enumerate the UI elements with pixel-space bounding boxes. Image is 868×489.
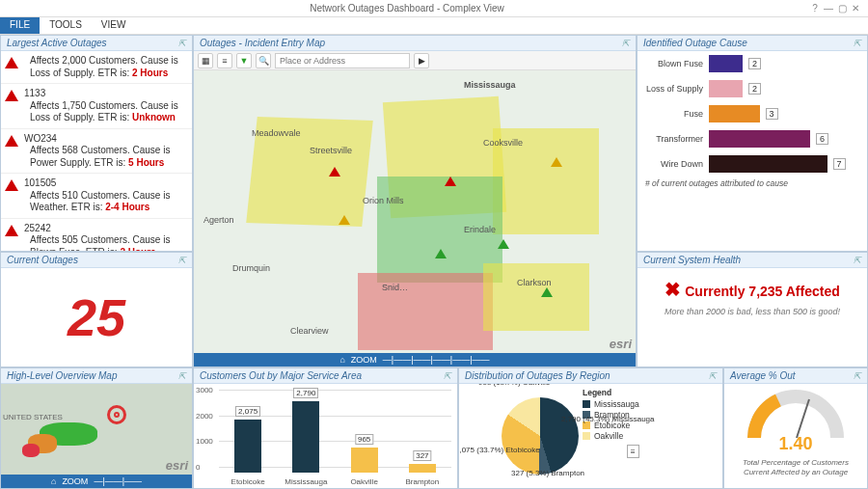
outage-marker-icon[interactable]	[551, 157, 562, 167]
outage-id: 1133	[24, 88, 186, 100]
pin-icon[interactable]: ⇱	[709, 371, 717, 381]
outage-marker-icon[interactable]	[498, 239, 509, 249]
pin-icon[interactable]: ⇱	[178, 256, 186, 265]
outage-item[interactable]: 25242Affects 505 Customers. Cause is Blo…	[1, 219, 192, 252]
city-label: Clearview	[290, 326, 329, 336]
legend: LegendMississaugaBramptonEtobicokeOakvil…	[583, 388, 639, 484]
cause-value: 2	[748, 58, 761, 69]
outage-marker-icon[interactable]	[339, 215, 350, 225]
panel-title: Identified Outage Cause	[643, 38, 747, 48]
legend-item: Mississauga	[583, 399, 639, 409]
grid-view-icon[interactable]: ▦	[198, 53, 213, 68]
pie-label: 327 (5.3%) Brampton	[511, 469, 584, 477]
cause-value: 7	[833, 158, 846, 170]
pin-icon[interactable]: ⇱	[178, 39, 186, 48]
pin-icon[interactable]: ⇱	[444, 371, 451, 381]
outage-item[interactable]: 101505Affects 510 Customers. Cause is We…	[1, 174, 192, 219]
outage-item[interactable]: 1133Affects 1,750 Customers. Cause is Lo…	[1, 84, 192, 129]
bar: 2,790Mississauga	[292, 401, 319, 473]
menu-tools[interactable]: TOOLS	[40, 17, 92, 34]
bar-datalabel: 327	[413, 450, 431, 461]
pin-icon[interactable]: ⇱	[854, 371, 861, 381]
cause-value: 3	[766, 108, 778, 120]
filter-icon[interactable]: ▼	[236, 53, 252, 68]
cause-bar	[709, 130, 810, 148]
gauge-chart	[747, 390, 844, 438]
cause-label: Wire Down	[645, 159, 703, 169]
etr-value: 5 Hours	[128, 157, 164, 168]
search-input[interactable]	[275, 53, 410, 68]
menu-file[interactable]: FILE	[0, 17, 40, 34]
outage-marker-icon[interactable]	[445, 177, 456, 186]
overview-map[interactable]: UNITED STATES esri	[1, 384, 192, 475]
home-icon[interactable]: ⌂	[339, 355, 344, 365]
layers-icon[interactable]: ≡	[217, 53, 232, 68]
target-icon	[107, 405, 126, 424]
cause-label: Blown Fuse	[645, 59, 703, 68]
bar-category: Mississauga	[285, 477, 327, 486]
outage-marker-icon[interactable]	[435, 249, 447, 258]
bar-category: Oakville	[350, 477, 377, 486]
cause-bar-row: Loss of Supply2	[637, 76, 867, 101]
cause-bar-row: Wire Down7	[637, 151, 867, 177]
outage-id: 25242	[24, 223, 186, 235]
cause-bar-row: Fuse3	[637, 101, 867, 126]
panel-title: Distribution of Outages By Region	[465, 370, 610, 381]
cause-label: Loss of Supply	[645, 84, 703, 94]
panel-system-health: Current System Health ⇱ ✖Currently 7,235…	[637, 252, 868, 367]
city-label: Orion Mills	[363, 196, 404, 205]
pin-icon[interactable]: ⇱	[622, 39, 630, 48]
panel-incident-map: Outages - Incident Entry Map ⇱ ▦ ≡ ▼ 🔍 ▶	[193, 35, 637, 367]
minimize-icon[interactable]: —	[822, 3, 835, 14]
outage-marker-icon[interactable]	[541, 287, 553, 297]
search-go-icon[interactable]: ▶	[414, 53, 429, 68]
legend-toggle-icon[interactable]: ≡	[627, 445, 639, 458]
panel-current-outages: Current Outages ⇱ 25	[0, 252, 193, 367]
menu-bar: FILE TOOLS VIEW	[0, 17, 868, 35]
bar: 2,075Etobicoke	[234, 420, 261, 473]
incident-map[interactable]: Mississauga Streetsville Cooksville Erin…	[194, 70, 636, 353]
overview-zoom-bar[interactable]: ⌂ ZOOM —|——|——	[1, 475, 192, 488]
panel-overview-map: High-Level Overview Map ⇱ UNITED STATES …	[0, 367, 193, 489]
panel-customers-out: Customers Out by Major Service Area⇱ 010…	[193, 367, 458, 489]
cause-value: 6	[816, 133, 828, 145]
menu-view[interactable]: VIEW	[92, 17, 136, 34]
cause-bar-row: Transformer6	[637, 126, 867, 151]
map-toolbar: ▦ ≡ ▼ 🔍 ▶	[194, 51, 636, 70]
panel-outage-cause: Identified Outage Cause ⇱ Blown Fuse2Los…	[637, 35, 868, 252]
title-bar: Network Outages Dashboard - Complex View…	[0, 0, 868, 17]
pin-icon[interactable]: ⇱	[854, 39, 861, 48]
cause-bar	[709, 155, 827, 173]
cause-bar	[709, 55, 743, 72]
city-label: Clarkson	[517, 278, 552, 287]
gauge-note: Total Percentage of Customers Current Af…	[730, 458, 861, 476]
alert-icon: ✖	[665, 279, 681, 300]
help-icon[interactable]: ?	[808, 3, 822, 14]
home-icon[interactable]: ⌂	[51, 476, 56, 486]
close-icon[interactable]: ✕	[849, 3, 862, 14]
pin-icon[interactable]: ⇱	[854, 256, 861, 265]
map-zoom-bar[interactable]: ⌂ ZOOM —|——|——|——|——|——	[194, 353, 636, 367]
bar-category: Etobicoke	[231, 477, 265, 486]
etr-label: ETR is:	[95, 157, 126, 168]
esri-logo: esri	[166, 458, 188, 473]
panel-title: Current System Health	[643, 255, 741, 265]
window-title: Network Outages Dashboard - Complex View	[6, 3, 808, 14]
esri-logo: esri	[610, 337, 632, 351]
outage-marker-icon[interactable]	[329, 167, 340, 177]
warning-triangle-icon	[5, 90, 18, 101]
panel-title: Average % Out	[730, 370, 796, 381]
outage-list[interactable]: Affects 2,000 Customers. Cause is Loss o…	[1, 51, 192, 251]
city-label: Drumquin	[232, 263, 270, 273]
outage-item[interactable]: WO234Affects 568 Customers. Cause is Pow…	[1, 129, 192, 175]
outage-id: WO234	[24, 133, 186, 146]
maximize-icon[interactable]: ▢	[835, 3, 849, 14]
outage-item[interactable]: Affects 2,000 Customers. Cause is Loss o…	[1, 51, 192, 84]
city-label: Cooksville	[483, 138, 523, 148]
current-outages-value: 25	[1, 268, 192, 367]
cause-bar	[709, 105, 760, 122]
pin-icon[interactable]: ⇱	[178, 371, 186, 381]
search-icon[interactable]: 🔍	[256, 53, 271, 68]
etr-label: ETR is:	[97, 112, 129, 122]
cause-bar	[709, 80, 743, 97]
